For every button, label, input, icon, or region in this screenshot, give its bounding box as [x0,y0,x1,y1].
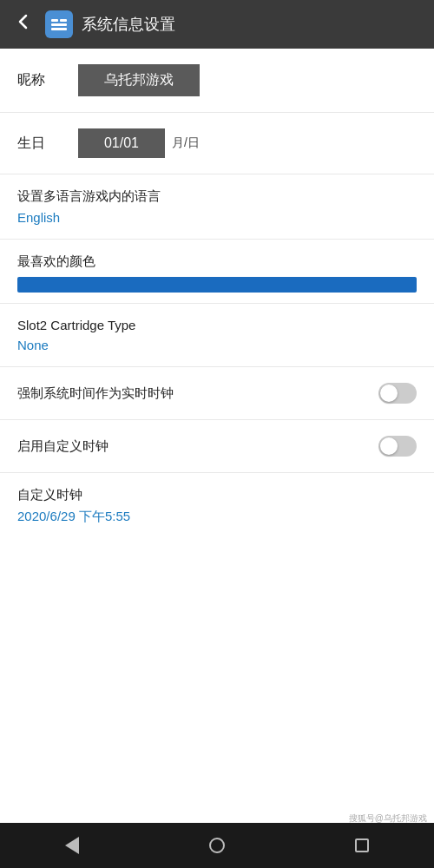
nickname-value[interactable]: 乌托邦游戏 [78,64,200,96]
svg-rect-2 [51,23,67,26]
watermark: 搜狐号@乌托邦游戏 [349,812,427,825]
nav-recents-icon [355,838,369,852]
language-section-title: 设置多语言游戏内的语言 [17,188,417,205]
app-icon [45,10,73,38]
force-rtc-toggle-knob [380,385,398,402]
nav-back-button[interactable] [48,830,96,861]
nav-recents-button[interactable] [338,832,386,859]
birthday-row: 生日 01/01 月/日 [0,113,434,174]
birthday-suffix: 月/日 [172,135,200,151]
svg-rect-1 [51,19,58,22]
force-rtc-row: 强制系统时间作为实时时钟 [0,367,434,420]
favorite-color-section[interactable]: 最喜欢的颜色 [0,240,434,304]
slot2-title: Slot2 Cartridge Type [17,318,417,332]
slot2-section[interactable]: Slot2 Cartridge Type None [0,304,434,367]
birthday-date-value[interactable]: 01/01 [78,128,165,158]
custom-clock-toggle-switch[interactable] [378,436,417,457]
custom-clock-toggle-knob [380,437,398,455]
page-title: 系统信息设置 [82,14,175,35]
back-button[interactable] [10,9,36,40]
custom-clock-section: 自定义时钟 2020/6/29 下午5:55 [0,473,434,539]
custom-clock-toggle-row: 启用自定义时钟 [0,420,434,473]
nav-home-button[interactable] [192,831,242,860]
force-rtc-toggle[interactable] [378,383,417,404]
svg-rect-4 [51,28,67,30]
language-current-value: English [17,210,417,225]
bottom-nav [0,823,434,868]
favorite-color-title: 最喜欢的颜色 [17,253,417,270]
nickname-label: 昵称 [17,71,78,89]
language-section[interactable]: 设置多语言游戏内的语言 English [0,174,434,240]
color-bar[interactable] [17,277,417,293]
force-rtc-label: 强制系统时间作为实时时钟 [17,385,378,402]
custom-clock-value[interactable]: 2020/6/29 下午5:55 [17,509,417,525]
custom-clock-title: 自定义时钟 [17,487,417,503]
nav-home-icon [209,838,225,853]
slot2-value: None [17,338,417,352]
birthday-label: 生日 [17,135,78,153]
top-bar: 系统信息设置 [0,0,434,49]
svg-rect-3 [60,19,67,22]
nav-back-icon [65,837,79,854]
nickname-row: 昵称 乌托邦游戏 [0,49,434,113]
custom-clock-toggle-label: 启用自定义时钟 [17,438,378,455]
settings-content: 昵称 乌托邦游戏 生日 01/01 月/日 设置多语言游戏内的语言 Englis… [0,49,434,823]
